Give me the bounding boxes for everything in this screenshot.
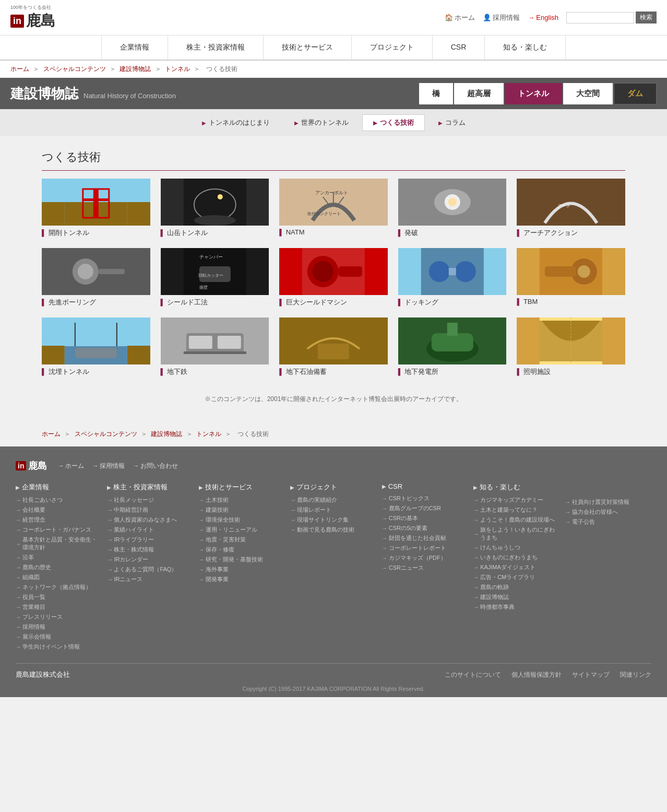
list-item[interactable]: IRカレンダー <box>107 556 193 563</box>
nav-item-project[interactable]: プロジェクト <box>352 36 433 60</box>
grid-item-sinking[interactable]: 沈埋トンネル <box>42 317 150 376</box>
list-item[interactable]: けんちゅうしつ <box>473 544 559 551</box>
list-item[interactable]: 土木技術 <box>199 496 285 504</box>
bottom-breadcrumb-tunnel[interactable]: トンネル <box>196 430 221 438</box>
list-item[interactable]: コーポレート・ガバナンス <box>16 526 102 534</box>
footer-link-recruit[interactable]: 採用情報 <box>92 462 125 470</box>
list-item[interactable]: 時僧都市事典 <box>473 603 559 611</box>
list-item[interactable]: CSRトピックス <box>382 495 468 502</box>
list-item[interactable]: 社長メッセージ <box>107 496 193 504</box>
list-item[interactable]: ネットワーク（拠点情報） <box>16 583 102 591</box>
bottom-breadcrumb-special[interactable]: スペシャルコンテンツ <box>75 430 137 438</box>
list-item[interactable]: いきものにぎわうまち <box>473 554 559 561</box>
grid-item-docking[interactable]: ドッキング <box>398 248 507 307</box>
grid-item-power[interactable]: 地下発電所 <box>398 317 507 376</box>
list-item[interactable]: 建設博物誌 <box>473 593 559 601</box>
nav-item-kabunushi[interactable]: 株主・投資家情報 <box>168 36 264 60</box>
footer-about-link[interactable]: このサイトについて <box>445 670 501 679</box>
grid-item-natm[interactable]: アンカーボルト 吹付コンクリート NATM <box>279 179 388 238</box>
list-item[interactable]: 鹿島グループのCSR <box>382 504 468 512</box>
list-item[interactable]: 財団を通じた社会貢献 <box>382 534 468 542</box>
bottom-breadcrumb-kensetsu[interactable]: 建設博物誌 <box>151 430 182 438</box>
subtab-tsukuru[interactable]: つくる技術 <box>362 114 425 131</box>
list-item[interactable]: CSRニュース <box>382 564 468 572</box>
grid-item-bigshield[interactable]: 巨大シールドマシン <box>279 248 388 307</box>
list-item[interactable]: 採用情報 <box>16 623 102 631</box>
grid-item-metro[interactable]: 地下鉄 <box>161 317 269 376</box>
list-item[interactable]: 動画で見る鹿島の技術 <box>290 526 376 534</box>
breadcrumb-special[interactable]: スペシャルコンテンツ <box>43 65 106 73</box>
tab-chokoso[interactable]: 超高層 <box>454 83 504 104</box>
list-item[interactable]: KAJIMAダイジェスト <box>473 563 559 571</box>
grid-item-shield[interactable]: チャンバー 回転カッター 掘壁 シールド工法 <box>161 248 269 307</box>
tab-okusora[interactable]: 大空間 <box>563 83 613 104</box>
breadcrumb-kensetsu[interactable]: 建設博物誌 <box>120 65 151 73</box>
tab-tunnel[interactable]: トンネル <box>505 83 562 104</box>
grid-item-arch[interactable]: アーチ アーチアクション <box>517 179 625 238</box>
list-item[interactable]: カジマキッズ（PDF） <box>382 554 468 562</box>
footer-link-home[interactable]: ホーム <box>57 462 84 470</box>
footer-sitemap-link[interactable]: サイトマップ <box>572 670 610 679</box>
list-item[interactable]: 研究・開発・基盤技術 <box>199 556 285 563</box>
list-item[interactable]: IRニュース <box>107 575 193 583</box>
list-item[interactable]: 営業種目 <box>16 603 102 611</box>
list-item[interactable]: ようこそ！鹿島の建設現場へ <box>473 516 559 524</box>
list-item[interactable]: 旅をしよう！いきものにぎわうまち <box>473 526 559 542</box>
grid-item-yamatunnel[interactable]: 山岳トンネル <box>161 179 269 238</box>
english-link[interactable]: → English <box>528 14 558 21</box>
list-item[interactable]: 運用・リニューアル <box>199 526 285 534</box>
search-input[interactable] <box>566 12 634 23</box>
list-item[interactable]: 地震・災害対策 <box>199 536 285 544</box>
list-item[interactable]: コーポレートレポート <box>382 544 468 552</box>
list-item[interactable]: 鹿島の軌跡 <box>473 583 559 591</box>
list-item[interactable]: IRライブラリー <box>107 536 193 544</box>
list-item[interactable]: 現場レポート <box>290 506 376 514</box>
list-item[interactable]: 社長ごあいさつ <box>16 496 102 504</box>
list-item[interactable]: 社員向け震災対策情報 <box>565 498 651 506</box>
subtab-column[interactable]: コラム <box>427 114 477 131</box>
list-item[interactable]: 海外事業 <box>199 566 285 573</box>
list-item[interactable]: 学生向けイベント情報 <box>16 643 102 651</box>
grid-item-tbm[interactable]: TBM <box>517 248 625 307</box>
search-button[interactable]: 検索 <box>636 11 657 23</box>
list-item[interactable]: 鹿島の歴史 <box>16 563 102 571</box>
recruit-link[interactable]: 👤 採用情報 <box>483 13 520 22</box>
nav-item-shiru[interactable]: 知る・楽しむ <box>485 36 566 60</box>
footer-privacy-link[interactable]: 個人情報保護方針 <box>511 670 562 679</box>
nav-item-kigyo[interactable]: 企業情報 <box>101 36 168 60</box>
list-item[interactable]: 沿革 <box>16 554 102 561</box>
list-item[interactable]: 基本方針と品質・安全衛生・環境方針 <box>16 536 102 551</box>
bottom-breadcrumb-home[interactable]: ホーム <box>42 430 61 438</box>
list-item[interactable]: 広告・CMライブラリ <box>473 573 559 581</box>
list-item[interactable]: 開発事業 <box>199 575 285 583</box>
list-item[interactable]: 協力会社の皆様へ <box>565 508 651 516</box>
tab-dam[interactable]: ダム <box>614 83 657 104</box>
breadcrumb-tunnel[interactable]: トンネル <box>165 65 190 73</box>
list-item[interactable]: 環境保全技術 <box>199 516 285 524</box>
grid-item-lighting[interactable]: 照明施設 <box>517 317 625 376</box>
footer-related-link[interactable]: 関連リンク <box>620 670 651 679</box>
list-item[interactable]: 電子公告 <box>565 518 651 526</box>
list-item[interactable]: CSRの基本 <box>382 514 468 522</box>
subtab-sekai[interactable]: 世界のトンネル <box>283 114 360 131</box>
list-item[interactable]: 現場サイトリンク集 <box>290 516 376 524</box>
tab-hashi[interactable]: 橋 <box>419 83 453 104</box>
grid-item-happa[interactable]: 発破 <box>398 179 507 238</box>
list-item[interactable]: 保存・修復 <box>199 546 285 554</box>
list-item[interactable]: 株主・株式情報 <box>107 546 193 554</box>
home-link[interactable]: 🏠 ホーム <box>445 13 475 22</box>
list-item[interactable]: 土木と建築ってなに？ <box>473 506 559 514</box>
list-item[interactable]: 組織図 <box>16 573 102 581</box>
grid-item-kaisakutunnel[interactable]: 開削トンネル <box>42 179 150 238</box>
list-item[interactable]: プレスリリース <box>16 613 102 621</box>
nav-item-csr[interactable]: CSR <box>433 36 485 60</box>
grid-item-senboring[interactable]: 先進ボーリング <box>42 248 150 307</box>
list-item[interactable]: 鹿島の実績紹介 <box>290 496 376 504</box>
list-item[interactable]: カジマキッズアカデミー <box>473 496 559 504</box>
footer-link-contact[interactable]: お問い合わせ <box>133 462 178 470</box>
breadcrumb-home[interactable]: ホーム <box>10 65 29 73</box>
list-item[interactable]: 展示会情報 <box>16 633 102 641</box>
list-item[interactable]: 経営理念 <box>16 516 102 524</box>
nav-item-gijutsu[interactable]: 技術とサービス <box>264 36 352 60</box>
list-item[interactable]: CSRのSの要素 <box>382 524 468 532</box>
